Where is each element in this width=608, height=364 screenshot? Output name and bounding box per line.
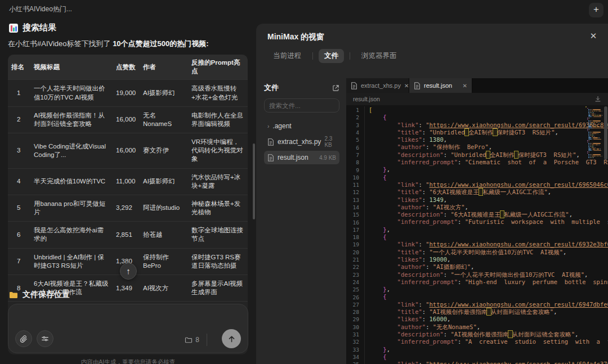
code-text: {: [364, 114, 387, 121]
line-number: 19: [346, 241, 364, 248]
minimap-line: [585, 123, 602, 124]
line-number: 11: [346, 182, 364, 188]
editor-tab-label: result.json: [424, 82, 452, 89]
tree-item-.agent[interactable]: ›.agent: [264, 119, 339, 133]
tools-button[interactable]: [37, 330, 53, 347]
line-number: 13: [346, 197, 364, 203]
line-number: 20: [346, 249, 364, 255]
code-line: 19 "link": "https://www.xiaohongshu.com/…: [346, 241, 608, 248]
editor-tab-result.json[interactable]: result.json✕: [409, 78, 472, 93]
cell-prompt: 神秘森林场景+发光植物: [188, 195, 248, 221]
cell-rank: 7: [8, 253, 30, 270]
table-row: 2AI视频创作最强指南！从封面到运镜全套攻略16,000无名NonameS电影制…: [8, 106, 248, 133]
editor-scrollbar[interactable]: [603, 105, 608, 364]
code-line: 15 "description": "6大AI视频谁是王?私藏级一人AIGC工作…: [346, 211, 608, 218]
top-bar: 小红书AIVideo热门... +: [0, 0, 608, 16]
code-line: 11 "link": "https://www.xiaohongshu.com/…: [346, 181, 608, 188]
code-line: 28 "title": "AI视频创作最强指南!从封面到运镜全套攻略",: [346, 308, 608, 316]
column-header: 视频标题: [30, 59, 113, 75]
chat-pane: 搜索结果 在小红书#AIVideo标签下找到了 10个点赞超过500的热门视频:…: [0, 16, 256, 364]
close-panel-button[interactable]: ✕: [588, 30, 599, 42]
attach-button[interactable]: [15, 330, 32, 347]
code-text: {: [364, 293, 387, 300]
file-save-section: 文件保存位置 8 内容由AI生成，重要信息请务必核查: [8, 290, 248, 364]
scroll-to-top-button[interactable]: ↑: [120, 263, 137, 280]
code-line: 29 "likes": 16000,: [346, 316, 608, 323]
editor-minimap[interactable]: [585, 106, 602, 159]
close-tab-icon[interactable]: ✕: [404, 83, 409, 89]
minimap-line: [585, 128, 602, 129]
code-line: 16 "inferred_prompt": "Futuristic worksp…: [346, 218, 608, 226]
code-text: "inferred_prompt": "Futuristic workspace…: [364, 218, 608, 226]
code-line: 32 "inferred_prompt": "A creative studio…: [346, 338, 608, 345]
code-text: "title": "一个人花半天时间做出价值10万的TVC AI视频",: [364, 249, 566, 256]
line-number: 4: [346, 129, 364, 136]
file-search-input[interactable]: [264, 98, 339, 113]
tree-item-extract_xhs.py[interactable]: extract_xhs.py2.3 KB: [264, 133, 339, 151]
code-text: {: [364, 233, 387, 241]
code-line: 2 {: [346, 114, 608, 121]
minimap-line: [585, 143, 602, 144]
code-line: 17 },: [346, 226, 608, 233]
panel-tab-1[interactable]: 当前进程: [267, 49, 307, 63]
file-save-heading: 文件保存位置: [23, 290, 70, 300]
message-input[interactable]: [16, 310, 241, 329]
chat-scrollbar[interactable]: [253, 143, 255, 219]
panel-tab-3[interactable]: 浏览器界面: [356, 49, 403, 63]
column-header: 反推的Prompt亮点: [188, 55, 248, 79]
cell-title: Vibe Coding进化成Visual Coding了...: [30, 138, 113, 164]
code-line: 13 "likes": 1349,: [346, 196, 608, 204]
minimap-line: [585, 129, 602, 130]
cell-prompt: 电影制作人在全息界面编辑视频: [188, 107, 248, 133]
folder-icon: [9, 291, 18, 299]
file-name: .agent: [272, 122, 291, 130]
code-line: 30 "author": "无名NonameS",: [346, 323, 608, 331]
minimap-line: [585, 136, 602, 137]
code-line: 26 {: [346, 293, 608, 300]
table-row: 6我是怎么高效挖海外ai需求的2,851拾苍越数字全球地图连接节点: [8, 221, 248, 248]
code-text: "likes": 1349,: [364, 196, 447, 204]
explorer-heading: 文件: [264, 83, 279, 93]
cell-prompt: 汽水饮品特写+冰块+凝露: [188, 169, 248, 195]
line-number: 10: [346, 174, 364, 181]
editor-tab-extract_xhs.py[interactable]: extract_xhs.py✕: [346, 78, 409, 93]
code-text: "inferred_prompt": "Cinematic shot of a …: [364, 159, 608, 166]
table-row: 1一个人花半天时间做出价值10万的TVC AI视频19,000AI摄影师幻高级香…: [8, 79, 248, 106]
code-text: "description": "Unbridled|全AI制作|保时捷GT3 R…: [364, 151, 580, 159]
attached-files-count[interactable]: 8: [185, 336, 199, 344]
minimap-line: [585, 145, 602, 146]
tab-divider: [350, 52, 350, 60]
code-line: 22 "author": "AI摄影师幻",: [346, 263, 608, 271]
open-external-icon[interactable]: [332, 84, 339, 92]
new-chat-button[interactable]: +: [589, 3, 603, 17]
tree-item-result.json[interactable]: result.json4.9 KB: [264, 151, 339, 164]
search-results-heading: 搜索结果: [9, 23, 256, 33]
column-header: 点赞数: [113, 59, 140, 75]
send-button[interactable]: [222, 329, 241, 348]
code-text: "link": "https://www.xiaohongshu.com/sea…: [364, 181, 608, 188]
code-line: 12 "title": "6大AI视频谁是王?私藏级一人AIGC工作流",: [346, 188, 608, 196]
minimap-line: [585, 134, 602, 136]
code-line: 21 "likes": 19000,: [346, 256, 608, 263]
code-text: },: [364, 166, 390, 173]
cell-likes: 16,000: [113, 142, 140, 159]
line-number: 17: [346, 227, 364, 233]
minimap-line: [585, 109, 602, 110]
code-line: 14 "author": "AI视次方",: [346, 204, 608, 211]
line-number: 5: [346, 137, 364, 143]
cell-title: Unbridled | 全AI制作 | 保时捷GT3 RS短片: [30, 249, 113, 275]
minimap-line: [585, 146, 602, 147]
line-number: 7: [346, 152, 364, 158]
file-name: result.json: [278, 154, 309, 161]
line-number: 34: [346, 354, 364, 360]
code-text: [: [364, 106, 372, 114]
code-text: "likes": 16000,: [364, 316, 450, 323]
close-tab-icon[interactable]: ✕: [463, 83, 467, 89]
panel-title: MiniMax 的视窗: [267, 32, 598, 42]
line-number: 28: [346, 309, 364, 315]
minimap-line: [585, 156, 602, 157]
panel-tab-2[interactable]: 文件: [319, 49, 344, 63]
download-file-button[interactable]: [594, 96, 601, 102]
line-number: 26: [346, 294, 364, 300]
conversation-tab-title[interactable]: 小红书AIVideo热门...: [9, 5, 72, 14]
